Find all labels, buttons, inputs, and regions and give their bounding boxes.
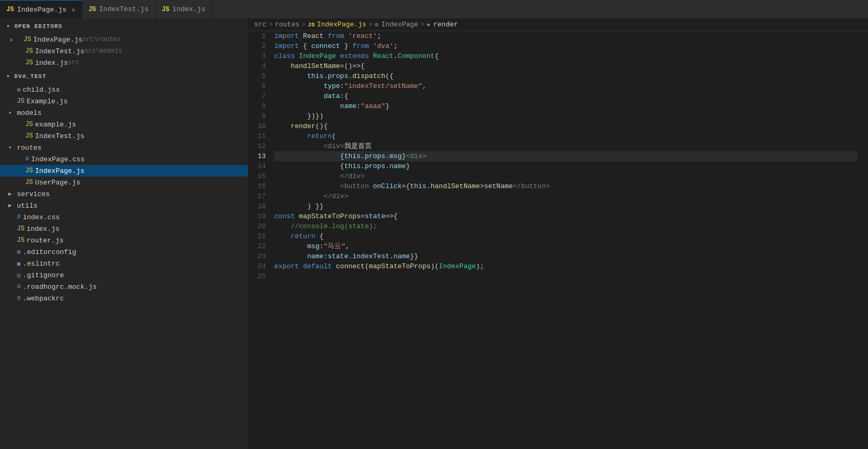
breadcrumb-item: IndexPage [381,21,418,28]
sidebar-item-example-model[interactable]: JSexample.js [0,119,248,130]
line-number: 18 [252,201,266,211]
file-label: UserPage.js [35,179,80,187]
file-sublabel: src [68,59,80,66]
code-line: import React from 'react'; [274,31,857,41]
js-file-icon: JS [162,6,169,13]
sidebar-item-webpackrc[interactable]: ≡.webpackrc [0,292,248,304]
line-number: 20 [252,221,266,231]
file-label: router.js [26,237,63,245]
sidebar-item-index-css[interactable]: #index.css [0,211,248,223]
file-icon: JS [24,36,31,43]
sidebar-item-roadhog[interactable]: ≡.roadhogrc.mock.js [0,281,248,292]
breadcrumb-icon: ◈ [427,21,430,28]
line-number: 1 [252,31,266,41]
sidebar-item-indextest-model[interactable]: JSIndexTest.js [0,130,248,142]
arrow-icon: ▾ [8,144,17,151]
code-line: return( [274,131,857,141]
sidebar-item-child[interactable]: ⚙child.jsx [0,84,248,95]
code-line: </div> [274,171,857,181]
code-line: {this.props.name} [274,161,857,171]
sidebar-item-userpage-js[interactable]: JSUserPage.js [0,177,248,188]
file-icon: JS [25,47,33,55]
line-number: 23 [252,251,266,261]
line-number: 9 [252,111,266,121]
sidebar-item-eslintrc[interactable]: ◉.eslintrc [0,258,248,269]
code-line: })}) [274,111,857,121]
sidebar-item-oe-indexjs[interactable]: JSindex.js src [0,57,248,69]
main-layout: ▾ OPEN EDITORS✕ JSIndexPage.js src\route… [0,18,868,449]
js-file-icon: JS [89,6,96,13]
sidebar-item-gitignore[interactable]: ◎.gitignore [0,269,248,281]
arrow-icon: ▶ [8,202,17,209]
file-icon: # [25,155,29,163]
line-number: 24 [252,261,266,271]
line-number: 25 [252,271,266,281]
file-label: IndexPage.js [33,36,83,44]
code-line: type:"indexTest/setName", [274,81,857,91]
line-number: 22 [252,241,266,251]
file-icon: JS [17,97,24,105]
file-icon: JS [25,121,33,128]
line-numbers: 1234567891011121314151617181920212223242… [248,31,274,449]
line-number: 14 [252,161,266,171]
line-number: 5 [252,71,266,81]
sidebar-item-editorconfig[interactable]: ⚙.editorconfig [0,246,248,258]
tab-indexjs[interactable]: JSindex.js [156,0,213,18]
section-header-open-editors[interactable]: ▾ OPEN EDITORS [0,18,248,34]
editor: src>routes>JSIndexPage.js>⚙IndexPage>◈re… [248,18,868,449]
line-number: 15 [252,171,266,181]
sidebar-item-indexpage-css[interactable]: #IndexPage.css [0,153,248,165]
arrow-icon: ▾ [8,110,17,116]
arrow-icon: ▶ [8,191,17,197]
sidebar-item-example[interactable]: JSExample.js [0,95,248,107]
file-icon: JS [17,225,24,232]
tab-indextest[interactable]: JSIndexTest.js [82,0,156,18]
code-line: render(){ [274,121,857,131]
dir-label: utils [17,202,37,210]
code-lines[interactable]: import React from 'react';import { conne… [274,31,868,449]
line-number: 8 [252,101,266,111]
sidebar-item-router-js[interactable]: JSrouter.js [0,235,248,246]
code-line: </div> [274,191,857,201]
line-number: 7 [252,91,266,101]
close-icon[interactable]: ✕ [9,36,13,43]
file-label: index.js [35,59,67,67]
code-line: msg:"马云", [274,241,857,251]
sidebar-item-indexpage-js[interactable]: JSIndexPage.js [0,165,248,177]
code-line: data:{ [274,91,857,101]
tab-indexpage[interactable]: JSIndexPage.js✕ [0,0,82,18]
line-number: 12 [252,141,266,151]
section-header-dva-test[interactable]: ▾ DVA_TEST [0,69,248,84]
code-line: handlSetName=()=>{ [274,61,857,71]
sidebar-item-oe-indexpage[interactable]: ✕ JSIndexPage.js src\routes [0,34,248,45]
sidebar-item-utils-dir[interactable]: ▶utils [0,200,248,211]
breadcrumb-js-icon: JS [308,22,315,28]
code-line: <button onClick={this.handlSetName>setNa… [274,181,857,191]
file-sublabel: src\models [84,47,122,55]
sidebar-item-services-dir[interactable]: ▶services [0,188,248,200]
dir-label: models [17,109,42,117]
sidebar-item-models-dir[interactable]: ▾models [0,107,248,119]
code-line: name:"aaaa"} [274,101,857,111]
file-label: example.js [35,121,76,129]
breadcrumb-sep: > [420,21,425,28]
breadcrumb-sep: > [369,21,373,28]
file-icon: JS [17,237,24,244]
code-line: name:state.indexTest.name}} [274,251,857,261]
line-number: 19 [252,211,266,221]
file-icon: ⚙ [17,86,21,94]
file-icon: ◉ [17,260,21,268]
line-number: 2 [252,41,266,51]
sidebar-item-index-js[interactable]: JSindex.js [0,223,248,235]
tab-close-icon[interactable]: ✕ [72,6,75,13]
code-line: import { connect } from 'dva'; [274,41,857,51]
dir-label: services [17,190,50,198]
tab-bar: JSIndexPage.js✕JSIndexTest.jsJSindex.js [0,0,868,18]
line-number: 11 [252,131,266,141]
sidebar-item-routes-dir[interactable]: ▾routes [0,142,248,153]
file-label: child.jsx [23,86,60,94]
file-label: .eslintrc [23,260,60,268]
code-area: 1234567891011121314151617181920212223242… [248,31,868,449]
line-number: 16 [252,181,266,191]
sidebar-item-oe-indextest[interactable]: JSIndexTest.js src\models [0,45,248,57]
